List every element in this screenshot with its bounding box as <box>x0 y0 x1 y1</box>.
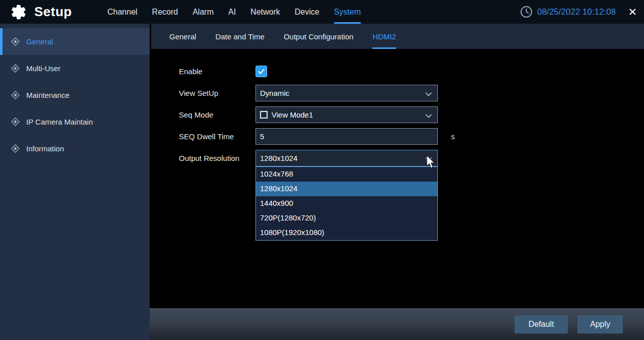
tab-bar: General Date and Time Output Configurati… <box>151 24 644 49</box>
check-icon <box>257 67 266 76</box>
form-row-enable: Enable <box>179 65 267 77</box>
datetime-text: 08/25/2022 10:12:08 <box>537 7 616 17</box>
seq-dwell-unit: s <box>451 132 455 141</box>
setup-window: Setup Channel Record Alarm AI Network De… <box>0 0 644 340</box>
enable-checkbox[interactable] <box>255 66 267 77</box>
resolution-dropdown: 1024x768 1280x1024 1440x900 720P(1280x72… <box>255 166 438 241</box>
resolution-option-1440x900[interactable]: 1440x900 <box>256 196 437 211</box>
nav-system[interactable]: System <box>334 0 361 24</box>
default-button[interactable]: Default <box>514 315 568 333</box>
seq-dwell-label: SEQ Dwell Time <box>179 132 255 141</box>
seq-mode-value: View Mode1 <box>272 110 313 119</box>
resolution-option-720p[interactable]: 720P(1280x720) <box>256 211 437 225</box>
resolution-option-1024x768[interactable]: 1024x768 <box>256 167 437 182</box>
resolution-option-1080p[interactable]: 1080P(1920x1080) <box>256 225 437 240</box>
form-row-output-resolution: Output Resolution 1280x1024 <box>179 150 438 166</box>
chevron-down-icon <box>425 90 432 96</box>
tab-hdmi2[interactable]: HDMI2 <box>372 24 396 49</box>
view-setup-select[interactable]: Dynamic <box>255 85 438 101</box>
sidebar-item-maintenance[interactable]: Maintenance <box>0 82 150 108</box>
nav-ai[interactable]: AI <box>228 0 236 24</box>
enable-label: Enable <box>179 67 255 76</box>
clock-icon <box>520 6 533 18</box>
tab-general[interactable]: General <box>169 24 196 49</box>
sidebar-item-multi-user[interactable]: Multi-User <box>0 55 150 82</box>
clock-datetime: 08/25/2022 10:12:08 <box>520 0 616 24</box>
sidebar-item-label: Multi-User <box>26 64 60 73</box>
sidebar: General Multi-User Maintenance IP Camera… <box>0 24 150 340</box>
top-nav: Channel Record Alarm AI Network Device S… <box>107 0 361 24</box>
sidebar-item-ip-camera-maintain[interactable]: IP Camera Maintain <box>0 108 150 135</box>
nav-alarm[interactable]: Alarm <box>192 0 214 24</box>
diamond-icon <box>11 144 20 153</box>
seq-dwell-input[interactable] <box>255 128 438 145</box>
view-setup-label: View SetUp <box>179 89 255 97</box>
sidebar-item-label: Information <box>26 144 64 153</box>
brand: Setup <box>9 0 72 24</box>
form-row-seq-dwell: SEQ Dwell Time s <box>179 128 455 145</box>
sidebar-item-general[interactable]: General <box>0 28 150 55</box>
form-row-view-setup: View SetUp Dynamic <box>179 85 438 101</box>
close-icon[interactable]: ✕ <box>628 0 637 24</box>
diamond-icon <box>11 64 20 73</box>
main-content: Enable View SetUp Dynamic Seq Mode View … <box>150 49 644 308</box>
nav-device[interactable]: Device <box>295 0 319 24</box>
app-title: Setup <box>34 4 72 20</box>
resolution-option-1280x1024[interactable]: 1280x1024 <box>256 182 437 196</box>
nav-record[interactable]: Record <box>152 0 178 24</box>
diamond-icon <box>11 118 20 126</box>
output-resolution-label: Output Resolution <box>179 154 255 162</box>
view-setup-value: Dynamic <box>260 89 289 97</box>
nav-network[interactable]: Network <box>250 0 280 24</box>
form-row-seq-mode: Seq Mode View Mode1 <box>179 106 438 123</box>
output-resolution-select[interactable]: 1280x1024 <box>255 150 438 166</box>
sidebar-item-label: IP Camera Maintain <box>26 118 93 126</box>
seq-mode-label: Seq Mode <box>179 110 255 119</box>
tab-output-configuration[interactable]: Output Configuration <box>284 24 353 49</box>
gear-icon <box>9 3 28 22</box>
output-resolution-value: 1280x1024 <box>260 154 297 162</box>
nav-channel[interactable]: Channel <box>107 0 138 24</box>
sidebar-item-label: General <box>26 37 53 46</box>
apply-button[interactable]: Apply <box>577 315 623 333</box>
top-bar: Setup Channel Record Alarm AI Network De… <box>0 0 644 24</box>
footer-bar: Default Apply <box>150 308 644 340</box>
sidebar-item-label: Maintenance <box>26 91 70 99</box>
diamond-icon <box>11 37 20 46</box>
seq-mode-select[interactable]: View Mode1 <box>255 106 438 123</box>
tab-date-and-time[interactable]: Date and Time <box>215 24 265 49</box>
chevron-down-icon <box>425 155 432 161</box>
diamond-icon <box>11 91 20 99</box>
view-mode-checkbox-icon <box>260 111 268 119</box>
sidebar-item-information[interactable]: Information <box>0 135 150 162</box>
chevron-down-icon <box>425 111 432 118</box>
